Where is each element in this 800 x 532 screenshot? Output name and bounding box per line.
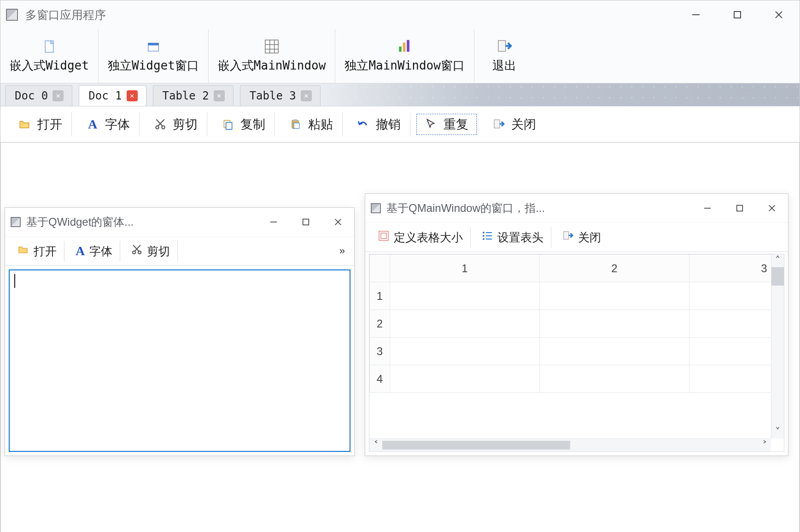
tab-close-icon[interactable]: ✕ (214, 90, 225, 101)
horizontal-scrollbar[interactable]: ˂ ˃ (369, 438, 771, 451)
content-area: 基于QWidget的窗体... 打开 A 字体 剪切 (0, 142, 800, 532)
minimize-button[interactable] (691, 197, 724, 220)
set-header-button[interactable]: 设置表头 (474, 227, 551, 248)
scroll-down-icon[interactable]: ˅ (771, 426, 784, 438)
titlebar[interactable]: 多窗口应用程序 (0, 0, 800, 29)
scissors-icon (131, 244, 142, 258)
table-cell[interactable] (390, 282, 540, 310)
list-icon (482, 230, 493, 244)
qmainwindow-titlebar[interactable]: 基于QMainWindow的窗口，指... (365, 194, 788, 222)
open-button[interactable]: 打开 (9, 112, 72, 136)
tab-close-icon[interactable]: ✕ (301, 90, 312, 101)
tab-doc-0[interactable]: Doc 0 ✕ (5, 85, 72, 106)
row-header[interactable]: 4 (370, 365, 390, 393)
minimize-button[interactable] (257, 210, 290, 234)
tab-close-icon[interactable]: ✕ (127, 90, 138, 101)
redo-label: 重复 (444, 116, 468, 133)
qwidget-toolbar: 打开 A 字体 剪切 » (5, 236, 354, 266)
close-window-button[interactable] (758, 2, 800, 28)
row-header[interactable]: 1 (370, 282, 390, 310)
scroll-thumb[interactable] (771, 267, 784, 286)
tab-close-icon[interactable]: ✕ (53, 90, 64, 101)
font-label: 字体 (89, 244, 112, 259)
qwidget-titlebar[interactable]: 基于QWidget的窗体... (5, 208, 354, 236)
tab-bar: Doc 0 ✕ Doc 1 ✕ Table 2 ✕ Table 3 ✕ (0, 83, 800, 106)
window-controls (675, 2, 800, 28)
open-label: 打开 (34, 244, 57, 259)
overflow-button[interactable]: » (336, 245, 349, 257)
folder-open-icon (18, 244, 29, 258)
paste-label: 粘贴 (308, 116, 333, 133)
col-header[interactable]: 2 (540, 255, 689, 282)
paste-button[interactable]: 粘贴 (280, 112, 343, 136)
table-cell[interactable] (540, 365, 689, 393)
open-label: 打开 (37, 116, 62, 133)
tab-label: Doc 0 (15, 89, 48, 102)
font-label: 字体 (105, 116, 130, 133)
close-button[interactable]: 关闭 (483, 112, 545, 136)
tab-table-2[interactable]: Table 2 ✕ (153, 85, 234, 106)
exit-button[interactable]: 退出 (474, 29, 534, 83)
table-row[interactable]: 1 (370, 282, 784, 310)
table-cell[interactable] (540, 310, 689, 338)
cut-button[interactable]: 剪切 (144, 112, 207, 136)
font-icon: A (76, 244, 85, 258)
text-editor[interactable] (9, 269, 350, 452)
float-mainwindow-button[interactable]: 独立MainWindow窗口 (335, 29, 474, 83)
maximize-button[interactable] (724, 197, 756, 220)
maximize-button[interactable] (290, 210, 322, 234)
minimize-button[interactable] (675, 2, 717, 28)
col-header[interactable]: 3 (689, 255, 784, 282)
folder-open-icon (18, 118, 32, 130)
data-table[interactable]: 1 2 3 1 2 (369, 254, 784, 393)
cut-label: 剪切 (147, 244, 170, 259)
table-cell[interactable] (390, 365, 540, 393)
tab-doc-1[interactable]: Doc 1 ✕ (79, 85, 146, 106)
cursor-icon (424, 118, 438, 130)
scroll-right-icon[interactable]: ˃ (758, 439, 771, 451)
embed-mainwindow-button[interactable]: 嵌入式MainWindow (209, 29, 336, 83)
copy-button[interactable]: 复制 (212, 112, 275, 136)
float-widget-button[interactable]: 独立Widget窗口 (99, 29, 209, 83)
redo-button[interactable]: 重复 (415, 112, 478, 136)
font-button[interactable]: A 字体 (68, 241, 120, 262)
define-table-size-button[interactable]: 定义表格大小 (371, 227, 471, 248)
row-header[interactable]: 3 (370, 338, 390, 365)
qwidget-window[interactable]: 基于QWidget的窗体... 打开 A 字体 剪切 (5, 207, 355, 456)
row-header[interactable]: 2 (370, 310, 390, 338)
float-mainwindow-label: 独立MainWindow窗口 (345, 58, 465, 74)
table-cell[interactable] (390, 338, 540, 365)
table-viewport: 1 2 3 1 2 (369, 254, 784, 452)
copy-label: 复制 (240, 116, 265, 133)
scroll-thumb[interactable] (382, 441, 570, 450)
open-button[interactable]: 打开 (11, 241, 64, 262)
vertical-scrollbar[interactable]: ˄ ˅ (771, 254, 784, 438)
col-header[interactable]: 1 (390, 255, 540, 282)
table-cell[interactable] (689, 365, 784, 393)
exit-icon (496, 37, 512, 56)
table-cell[interactable] (390, 310, 540, 338)
table-cell[interactable] (689, 310, 784, 338)
table-cell[interactable] (689, 282, 784, 310)
table-icon (264, 37, 280, 56)
font-button[interactable]: A 字体 (76, 112, 140, 136)
qmainwindow-table-window[interactable]: 基于QMainWindow的窗口，指... 定义表格大小 设置表头 关闭 (365, 193, 788, 456)
table-cell[interactable] (540, 338, 689, 365)
table-cell[interactable] (689, 338, 784, 365)
tab-table-3[interactable]: Table 3 ✕ (240, 85, 321, 106)
scroll-up-icon[interactable]: ˄ (771, 254, 784, 267)
embed-widget-button[interactable]: 嵌入式Widget (0, 29, 99, 83)
table-cell[interactable] (540, 282, 689, 310)
close-button[interactable]: 关闭 (555, 227, 608, 248)
undo-button[interactable]: 撤销 (347, 112, 410, 136)
table-row[interactable]: 3 (370, 338, 784, 365)
table-row[interactable]: 4 (370, 365, 784, 393)
close-window-button[interactable] (322, 210, 354, 234)
corner-cell[interactable] (370, 255, 390, 282)
table-row[interactable]: 2 (370, 310, 784, 338)
cut-button[interactable]: 剪切 (124, 241, 178, 262)
close-window-button[interactable] (756, 197, 788, 220)
close-label: 关闭 (578, 230, 601, 245)
scroll-left-icon[interactable]: ˂ (369, 439, 382, 451)
maximize-button[interactable] (717, 2, 758, 28)
